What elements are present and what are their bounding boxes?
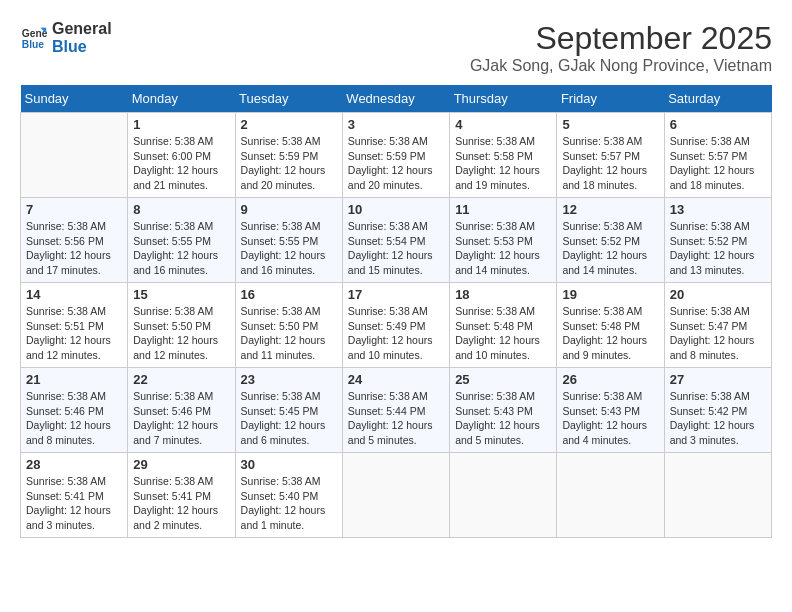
day-number: 8 (133, 202, 229, 217)
calendar-cell: 6Sunrise: 5:38 AM Sunset: 5:57 PM Daylig… (664, 113, 771, 198)
day-number: 26 (562, 372, 658, 387)
calendar-cell: 16Sunrise: 5:38 AM Sunset: 5:50 PM Dayli… (235, 283, 342, 368)
calendar-cell: 14Sunrise: 5:38 AM Sunset: 5:51 PM Dayli… (21, 283, 128, 368)
calendar-subtitle: GJak Song, GJak Nong Province, Vietnam (470, 57, 772, 75)
weekday-header-monday: Monday (128, 85, 235, 113)
day-info: Sunrise: 5:38 AM Sunset: 5:43 PM Dayligh… (455, 389, 551, 448)
weekday-header-friday: Friday (557, 85, 664, 113)
day-info: Sunrise: 5:38 AM Sunset: 5:46 PM Dayligh… (133, 389, 229, 448)
weekday-header-tuesday: Tuesday (235, 85, 342, 113)
day-number: 19 (562, 287, 658, 302)
calendar-cell: 7Sunrise: 5:38 AM Sunset: 5:56 PM Daylig… (21, 198, 128, 283)
svg-text:Blue: Blue (22, 39, 45, 50)
day-number: 11 (455, 202, 551, 217)
day-number: 5 (562, 117, 658, 132)
calendar-title-block: September 2025 GJak Song, GJak Nong Prov… (470, 20, 772, 75)
day-info: Sunrise: 5:38 AM Sunset: 5:41 PM Dayligh… (133, 474, 229, 533)
calendar-cell (664, 453, 771, 538)
calendar-cell: 26Sunrise: 5:38 AM Sunset: 5:43 PM Dayli… (557, 368, 664, 453)
day-info: Sunrise: 5:38 AM Sunset: 5:42 PM Dayligh… (670, 389, 766, 448)
day-info: Sunrise: 5:38 AM Sunset: 6:00 PM Dayligh… (133, 134, 229, 193)
day-number: 13 (670, 202, 766, 217)
day-info: Sunrise: 5:38 AM Sunset: 5:50 PM Dayligh… (241, 304, 337, 363)
calendar-cell: 25Sunrise: 5:38 AM Sunset: 5:43 PM Dayli… (450, 368, 557, 453)
calendar-week-4: 21Sunrise: 5:38 AM Sunset: 5:46 PM Dayli… (21, 368, 772, 453)
day-info: Sunrise: 5:38 AM Sunset: 5:51 PM Dayligh… (26, 304, 122, 363)
day-info: Sunrise: 5:38 AM Sunset: 5:44 PM Dayligh… (348, 389, 444, 448)
day-info: Sunrise: 5:38 AM Sunset: 5:58 PM Dayligh… (455, 134, 551, 193)
day-info: Sunrise: 5:38 AM Sunset: 5:55 PM Dayligh… (133, 219, 229, 278)
day-number: 6 (670, 117, 766, 132)
day-info: Sunrise: 5:38 AM Sunset: 5:59 PM Dayligh… (241, 134, 337, 193)
logo-general: General (52, 20, 112, 38)
calendar-cell: 15Sunrise: 5:38 AM Sunset: 5:50 PM Dayli… (128, 283, 235, 368)
day-number: 14 (26, 287, 122, 302)
day-info: Sunrise: 5:38 AM Sunset: 5:59 PM Dayligh… (348, 134, 444, 193)
calendar-cell: 17Sunrise: 5:38 AM Sunset: 5:49 PM Dayli… (342, 283, 449, 368)
day-number: 23 (241, 372, 337, 387)
day-number: 28 (26, 457, 122, 472)
calendar-table: SundayMondayTuesdayWednesdayThursdayFrid… (20, 85, 772, 538)
day-number: 29 (133, 457, 229, 472)
calendar-cell: 21Sunrise: 5:38 AM Sunset: 5:46 PM Dayli… (21, 368, 128, 453)
calendar-cell: 19Sunrise: 5:38 AM Sunset: 5:48 PM Dayli… (557, 283, 664, 368)
calendar-cell: 20Sunrise: 5:38 AM Sunset: 5:47 PM Dayli… (664, 283, 771, 368)
day-number: 24 (348, 372, 444, 387)
calendar-cell: 11Sunrise: 5:38 AM Sunset: 5:53 PM Dayli… (450, 198, 557, 283)
calendar-cell: 3Sunrise: 5:38 AM Sunset: 5:59 PM Daylig… (342, 113, 449, 198)
calendar-cell: 5Sunrise: 5:38 AM Sunset: 5:57 PM Daylig… (557, 113, 664, 198)
day-number: 18 (455, 287, 551, 302)
weekday-header-saturday: Saturday (664, 85, 771, 113)
day-number: 2 (241, 117, 337, 132)
day-info: Sunrise: 5:38 AM Sunset: 5:54 PM Dayligh… (348, 219, 444, 278)
weekday-header-wednesday: Wednesday (342, 85, 449, 113)
calendar-cell: 1Sunrise: 5:38 AM Sunset: 6:00 PM Daylig… (128, 113, 235, 198)
logo-blue: Blue (52, 38, 112, 56)
day-number: 16 (241, 287, 337, 302)
day-number: 3 (348, 117, 444, 132)
calendar-cell (450, 453, 557, 538)
day-info: Sunrise: 5:38 AM Sunset: 5:57 PM Dayligh… (670, 134, 766, 193)
day-info: Sunrise: 5:38 AM Sunset: 5:57 PM Dayligh… (562, 134, 658, 193)
day-number: 10 (348, 202, 444, 217)
day-info: Sunrise: 5:38 AM Sunset: 5:52 PM Dayligh… (670, 219, 766, 278)
day-number: 12 (562, 202, 658, 217)
day-info: Sunrise: 5:38 AM Sunset: 5:40 PM Dayligh… (241, 474, 337, 533)
calendar-header: SundayMondayTuesdayWednesdayThursdayFrid… (21, 85, 772, 113)
day-info: Sunrise: 5:38 AM Sunset: 5:48 PM Dayligh… (562, 304, 658, 363)
day-number: 27 (670, 372, 766, 387)
day-number: 17 (348, 287, 444, 302)
calendar-cell: 23Sunrise: 5:38 AM Sunset: 5:45 PM Dayli… (235, 368, 342, 453)
day-number: 20 (670, 287, 766, 302)
calendar-cell: 10Sunrise: 5:38 AM Sunset: 5:54 PM Dayli… (342, 198, 449, 283)
calendar-week-5: 28Sunrise: 5:38 AM Sunset: 5:41 PM Dayli… (21, 453, 772, 538)
calendar-cell: 8Sunrise: 5:38 AM Sunset: 5:55 PM Daylig… (128, 198, 235, 283)
calendar-cell (557, 453, 664, 538)
calendar-cell: 13Sunrise: 5:38 AM Sunset: 5:52 PM Dayli… (664, 198, 771, 283)
calendar-week-2: 7Sunrise: 5:38 AM Sunset: 5:56 PM Daylig… (21, 198, 772, 283)
calendar-week-3: 14Sunrise: 5:38 AM Sunset: 5:51 PM Dayli… (21, 283, 772, 368)
day-number: 21 (26, 372, 122, 387)
day-info: Sunrise: 5:38 AM Sunset: 5:52 PM Dayligh… (562, 219, 658, 278)
day-info: Sunrise: 5:38 AM Sunset: 5:47 PM Dayligh… (670, 304, 766, 363)
calendar-cell: 2Sunrise: 5:38 AM Sunset: 5:59 PM Daylig… (235, 113, 342, 198)
calendar-cell: 27Sunrise: 5:38 AM Sunset: 5:42 PM Dayli… (664, 368, 771, 453)
calendar-cell: 29Sunrise: 5:38 AM Sunset: 5:41 PM Dayli… (128, 453, 235, 538)
logo-icon: General Blue (20, 24, 48, 52)
calendar-cell: 30Sunrise: 5:38 AM Sunset: 5:40 PM Dayli… (235, 453, 342, 538)
day-info: Sunrise: 5:38 AM Sunset: 5:53 PM Dayligh… (455, 219, 551, 278)
day-info: Sunrise: 5:38 AM Sunset: 5:49 PM Dayligh… (348, 304, 444, 363)
page-header: General Blue General Blue September 2025… (20, 20, 772, 75)
logo: General Blue General Blue (20, 20, 112, 55)
day-info: Sunrise: 5:38 AM Sunset: 5:43 PM Dayligh… (562, 389, 658, 448)
day-number: 25 (455, 372, 551, 387)
day-info: Sunrise: 5:38 AM Sunset: 5:41 PM Dayligh… (26, 474, 122, 533)
weekday-header-sunday: Sunday (21, 85, 128, 113)
day-number: 4 (455, 117, 551, 132)
weekday-header-thursday: Thursday (450, 85, 557, 113)
calendar-title: September 2025 (470, 20, 772, 57)
calendar-cell: 24Sunrise: 5:38 AM Sunset: 5:44 PM Dayli… (342, 368, 449, 453)
day-info: Sunrise: 5:38 AM Sunset: 5:55 PM Dayligh… (241, 219, 337, 278)
day-number: 22 (133, 372, 229, 387)
calendar-cell: 9Sunrise: 5:38 AM Sunset: 5:55 PM Daylig… (235, 198, 342, 283)
